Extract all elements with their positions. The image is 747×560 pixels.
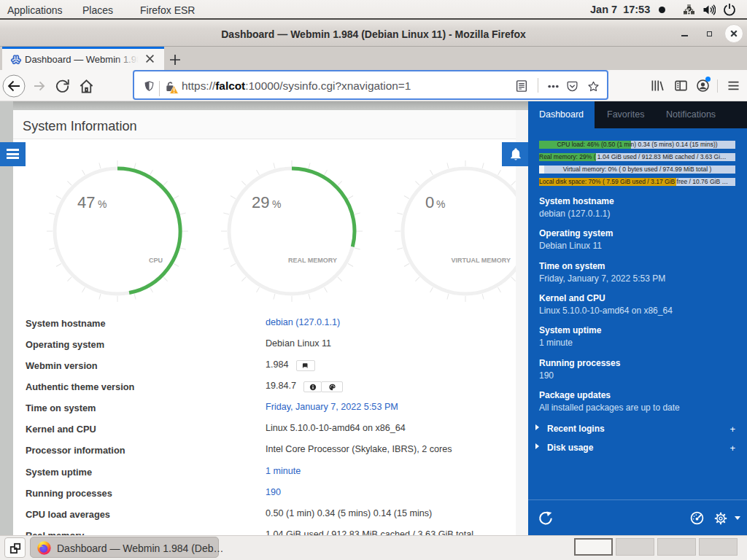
svg-text:REAL MEMORY: REAL MEMORY xyxy=(288,257,337,264)
svg-text:0: 0 xyxy=(425,193,434,211)
svg-text:%: % xyxy=(436,198,445,210)
svg-text:%: % xyxy=(98,198,107,210)
svg-text:CPU: CPU xyxy=(149,257,163,264)
svg-text:%: % xyxy=(272,198,281,210)
svg-text:VIRTUAL MEMORY: VIRTUAL MEMORY xyxy=(451,257,511,264)
svg-text:47: 47 xyxy=(77,193,95,211)
svg-text:29: 29 xyxy=(252,193,269,211)
